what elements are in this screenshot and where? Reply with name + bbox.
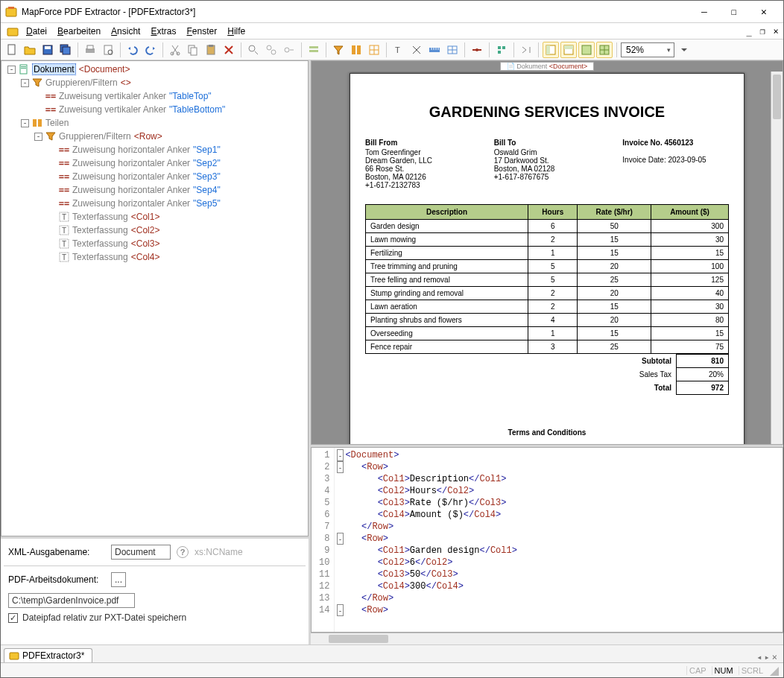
anch-icon: == bbox=[59, 171, 69, 182]
menu-extras[interactable]: Extras bbox=[146, 26, 180, 37]
grid-button[interactable] bbox=[444, 42, 461, 58]
xml-line[interactable]: <Col2>Hours</Col2> bbox=[345, 485, 783, 497]
svg-rect-32 bbox=[502, 46, 505, 49]
save-button[interactable] bbox=[39, 42, 56, 58]
xml-line[interactable]: <Col4>Amount ($)</Col4> bbox=[345, 509, 783, 521]
menu-ansicht[interactable]: Ansicht bbox=[107, 26, 145, 37]
layout1-button[interactable] bbox=[543, 42, 559, 58]
zoom-dropdown-button[interactable] bbox=[676, 42, 692, 58]
svg-text:T: T bbox=[62, 253, 66, 262]
find-button[interactable] bbox=[245, 42, 262, 58]
copy-button[interactable] bbox=[185, 42, 201, 58]
filter-button[interactable] bbox=[330, 42, 347, 58]
menu-datei[interactable]: Datei bbox=[22, 26, 51, 37]
xml-line[interactable]: <Col1>Description</Col1> bbox=[345, 473, 783, 485]
text-capture-button[interactable]: T bbox=[391, 42, 407, 58]
menubar: Datei Bearbeiten Ansicht Extras Fenster … bbox=[1, 23, 783, 39]
delete-button[interactable] bbox=[221, 42, 237, 58]
anchor-button[interactable] bbox=[366, 42, 382, 58]
tab-nav[interactable]: ◂▸× bbox=[756, 652, 780, 662]
maximize-button[interactable]: ☐ bbox=[719, 1, 749, 22]
menu-bearbeiten[interactable]: Bearbeiten bbox=[53, 26, 105, 37]
minimize-button[interactable]: — bbox=[689, 1, 719, 22]
mdi-minimize-button[interactable]: _ bbox=[743, 25, 755, 37]
tree-item[interactable]: ==Zuweisung horizontaler Anker "Sep4" bbox=[1, 183, 308, 197]
layout4-button[interactable] bbox=[596, 42, 613, 58]
tree-item[interactable]: -Dokument <Document> bbox=[1, 63, 308, 76]
xml-line[interactable]: <Col2>6</Col2> bbox=[345, 557, 783, 568]
align-button[interactable] bbox=[518, 42, 534, 58]
relative-path-checkbox[interactable]: Dateipfad relativ zur PXT-Datei speicher… bbox=[8, 612, 301, 623]
output-hscrollbar[interactable] bbox=[311, 633, 783, 644]
close-button[interactable]: ✕ bbox=[749, 1, 779, 22]
xml-line[interactable]: <Col3>Rate ($/hr)</Col3> bbox=[345, 497, 783, 509]
replace-button[interactable] bbox=[281, 42, 297, 58]
tree-item[interactable]: ==Zuweisung horizontaler Anker "Sep5" bbox=[1, 197, 308, 210]
pdf-path-input[interactable]: C:\temp\GardenInvoice.pdf bbox=[8, 593, 135, 608]
xml-line[interactable]: <Col1>Garden design</Col1> bbox=[345, 545, 783, 557]
print-preview-button[interactable] bbox=[100, 42, 116, 58]
cut-button[interactable] bbox=[167, 42, 183, 58]
xml-line[interactable]: <Row> bbox=[345, 533, 783, 545]
xml-line[interactable]: </Row> bbox=[345, 592, 783, 604]
resize-grip[interactable] bbox=[768, 665, 779, 676]
tree-item[interactable]: TTexterfassung <Col3> bbox=[1, 237, 308, 250]
preview-vscrollbar[interactable] bbox=[771, 72, 783, 444]
tree-item[interactable]: TTexterfassung <Col2> bbox=[1, 224, 308, 237]
ruler-button[interactable] bbox=[426, 42, 443, 58]
mdi-close-button[interactable]: × bbox=[770, 25, 782, 37]
tree-item[interactable]: -Teilen bbox=[1, 116, 308, 130]
doc-tab[interactable]: PDFExtractor3* bbox=[4, 648, 92, 662]
menu-fenster[interactable]: Fenster bbox=[183, 26, 222, 37]
svg-rect-41 bbox=[21, 66, 26, 67]
tree-item[interactable]: -Gruppieren/Filtern <> bbox=[1, 76, 308, 89]
new-button[interactable] bbox=[4, 42, 20, 58]
xml-line[interactable]: <Row> bbox=[345, 604, 783, 616]
vanchor-button[interactable] bbox=[493, 42, 510, 58]
app-menu-icon[interactable] bbox=[5, 25, 20, 37]
open-button[interactable] bbox=[22, 42, 38, 58]
anch-icon: == bbox=[59, 145, 69, 155]
status-cap: CAP bbox=[686, 666, 709, 675]
tree-item[interactable]: -Gruppieren/Filtern <Row> bbox=[1, 130, 308, 143]
tree-item[interactable]: TTexterfassung <Col4> bbox=[1, 250, 308, 264]
tree-item[interactable]: TTexterfassung <Col1> bbox=[1, 210, 308, 224]
menu-hilfe[interactable]: Hilfe bbox=[223, 26, 250, 37]
merge-button[interactable] bbox=[408, 42, 425, 58]
xml-line[interactable]: <Document> bbox=[345, 449, 783, 461]
titlebar[interactable]: MapForce PDF Extractor - [PDFExtractor3*… bbox=[1, 1, 783, 23]
tree-item[interactable]: ==Zuweisung vertikaler Anker "TableBotto… bbox=[1, 103, 308, 116]
paste-button[interactable] bbox=[203, 42, 219, 58]
pdf-browse-button[interactable]: ... bbox=[111, 572, 126, 587]
layout2-button[interactable] bbox=[560, 42, 577, 58]
svg-rect-5 bbox=[45, 46, 51, 49]
svg-rect-44 bbox=[38, 119, 42, 127]
xml-output-input[interactable]: Document bbox=[111, 545, 171, 560]
find-next-button[interactable] bbox=[263, 42, 279, 58]
toolbar: T 52%▾ bbox=[1, 39, 783, 60]
invoice-title: GARDENING SERVICES INVOICE bbox=[365, 104, 729, 121]
mdi-restore-button[interactable]: ❐ bbox=[756, 25, 768, 37]
print-button[interactable] bbox=[82, 42, 98, 58]
layout3-button[interactable] bbox=[578, 42, 595, 58]
tree-pane[interactable]: -Dokument <Document>-Gruppieren/Filtern … bbox=[1, 60, 309, 536]
help-icon[interactable]: ? bbox=[177, 546, 189, 558]
pdf-preview-pane[interactable]: 📄 Dokument <Document> GARDENING SERVICES… bbox=[311, 60, 783, 445]
tree-item[interactable]: ==Zuweisung vertikaler Anker "TableTop" bbox=[1, 89, 308, 103]
redo-button[interactable] bbox=[142, 42, 159, 58]
hanchor-button[interactable] bbox=[469, 42, 485, 58]
tree-item[interactable]: ==Zuweisung horizontaler Anker "Sep2" bbox=[1, 156, 308, 170]
tree-item[interactable]: ==Zuweisung horizontaler Anker "Sep1" bbox=[1, 143, 308, 156]
zoom-combo[interactable]: 52%▾ bbox=[621, 42, 674, 57]
group-button[interactable] bbox=[306, 42, 322, 58]
xml-line[interactable]: <Col3>50</Col3> bbox=[345, 568, 783, 580]
xml-line[interactable]: </Row> bbox=[345, 521, 783, 533]
xml-output-pane[interactable]: 1234567891011121314 ---- <Document> <Row… bbox=[311, 445, 783, 644]
save-all-button[interactable] bbox=[57, 42, 74, 58]
tree-item[interactable]: ==Zuweisung horizontaler Anker "Sep3" bbox=[1, 170, 308, 183]
xml-line[interactable]: <Col4>300</Col4> bbox=[345, 580, 783, 592]
xml-line[interactable]: <Row> bbox=[345, 461, 783, 473]
split-button[interactable] bbox=[348, 42, 364, 58]
anch-icon: == bbox=[59, 185, 69, 195]
undo-button[interactable] bbox=[124, 42, 141, 58]
